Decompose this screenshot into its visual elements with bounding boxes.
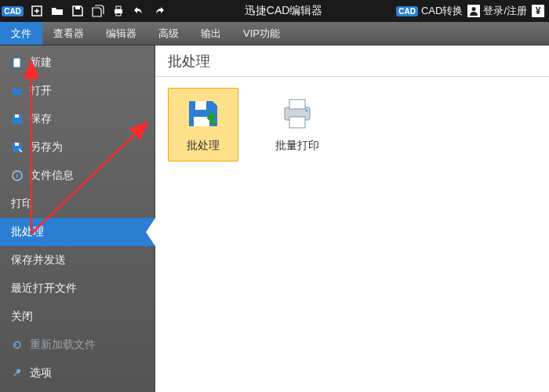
tab-editor[interactable]: 编辑器 <box>95 22 147 45</box>
svg-rect-21 <box>289 117 305 128</box>
sidebar-item-label: 打印 <box>11 197 33 211</box>
info-icon: i <box>11 169 24 182</box>
tab-vip[interactable]: VIP功能 <box>232 22 291 45</box>
tile-label: 批量打印 <box>275 139 319 153</box>
app-logo-icon: CAD <box>3 2 22 20</box>
svg-text:i: i <box>16 172 18 180</box>
quick-access-toolbar <box>25 2 171 20</box>
tile-label: 批处理 <box>187 139 220 153</box>
svg-rect-5 <box>116 6 121 9</box>
save-as-icon <box>11 141 24 154</box>
print-icon[interactable] <box>110 2 127 20</box>
sidebar-item-batch[interactable]: 批处理 <box>0 218 155 246</box>
sidebar-item-label: 保存 <box>30 112 52 126</box>
file-menu-sidebar: 新建 打开 保存 另存为 i 文件信息 打印 批处理 保存并发送 最近打开文件 <box>0 45 155 392</box>
redo-icon[interactable] <box>151 2 168 20</box>
sidebar-item-label: 最近打开文件 <box>11 281 77 296</box>
sidebar-item-label: 另存为 <box>30 140 63 154</box>
tab-file[interactable]: 文件 <box>0 22 42 45</box>
sidebar-item-label: 重新加载文件 <box>30 338 96 352</box>
sidebar-item-recent[interactable]: 最近打开文件 <box>0 274 155 303</box>
svg-point-22 <box>306 110 308 112</box>
tab-label: 查看器 <box>53 27 84 41</box>
open-icon[interactable] <box>49 2 66 20</box>
sidebar-item-close[interactable]: 关闭 <box>0 303 155 331</box>
sidebar-item-fileinfo[interactable]: i 文件信息 <box>0 162 155 190</box>
tab-label: VIP功能 <box>243 27 280 41</box>
save-all-icon[interactable] <box>89 2 107 20</box>
sidebar-item-label: 选项 <box>30 366 52 380</box>
wrench-icon <box>11 367 24 379</box>
tab-label: 输出 <box>201 27 221 41</box>
sidebar-item-label: 保存并发送 <box>11 253 66 267</box>
new-file-icon <box>11 56 24 69</box>
tile-batch-print[interactable]: 批量打印 <box>262 88 333 162</box>
sidebar-item-reload[interactable]: 重新加载文件 <box>0 331 155 359</box>
app-title: 迅捷CAD编辑器 <box>171 4 396 18</box>
sidebar-item-label: 新建 <box>30 56 52 70</box>
undo-icon[interactable] <box>130 2 147 20</box>
sidebar-item-label: 打开 <box>30 84 52 98</box>
tile-batch[interactable]: 批处理 <box>168 88 238 162</box>
login-button[interactable]: 登录/注册 <box>467 4 527 18</box>
reload-icon <box>11 339 24 351</box>
sidebar-item-label: 批处理 <box>11 225 44 239</box>
sidebar-item-label: 文件信息 <box>30 169 74 183</box>
svg-rect-14 <box>15 143 19 146</box>
user-icon <box>467 5 480 17</box>
main-area: 新建 打开 保存 另存为 i 文件信息 打印 批处理 保存并发送 最近打开文件 <box>0 45 549 392</box>
content-body: 批处理 批量打印 <box>155 77 549 172</box>
svg-rect-3 <box>75 6 80 9</box>
content-panel: 批处理 批处理 <box>155 45 549 392</box>
titlebar: CAD 迅捷CAD编辑器 CAD CAD转换 登录/注册 ¥ <box>0 0 549 22</box>
ribbon-tabs: 文件 查看器 编辑器 高级 输出 VIP功能 <box>0 22 549 45</box>
sidebar-item-savesend[interactable]: 保存并发送 <box>0 246 155 274</box>
sidebar-item-label: 关闭 <box>11 310 33 324</box>
currency-icon: ¥ <box>532 5 544 17</box>
svg-rect-13 <box>15 114 19 118</box>
svg-rect-17 <box>195 101 206 110</box>
login-label: 登录/注册 <box>483 4 527 18</box>
save-icon[interactable] <box>69 2 86 20</box>
content-header: 批处理 <box>155 45 549 77</box>
tab-label: 编辑器 <box>106 27 136 41</box>
save-icon <box>11 113 24 125</box>
tab-label: 文件 <box>11 27 31 41</box>
tab-output[interactable]: 输出 <box>190 22 232 45</box>
tab-viewer[interactable]: 查看器 <box>42 22 95 45</box>
sidebar-item-open[interactable]: 打开 <box>0 77 155 105</box>
svg-text:¥: ¥ <box>536 5 541 16</box>
svg-rect-20 <box>289 100 305 109</box>
open-folder-icon <box>11 85 24 97</box>
sidebar-item-new[interactable]: 新建 <box>0 49 155 77</box>
batch-print-icon <box>278 95 316 132</box>
cad-convert-label: CAD转换 <box>421 4 463 18</box>
tab-label: 高级 <box>158 27 179 41</box>
sidebar-item-print[interactable]: 打印 <box>0 190 155 218</box>
svg-rect-11 <box>13 58 20 67</box>
sidebar-item-saveas[interactable]: 另存为 <box>0 133 155 162</box>
batch-save-icon <box>184 95 222 132</box>
cad-badge-icon: CAD <box>396 6 418 16</box>
svg-point-8 <box>472 7 476 11</box>
sidebar-item-options[interactable]: 选项 <box>0 359 155 387</box>
new-icon[interactable] <box>28 2 45 20</box>
sidebar-item-save[interactable]: 保存 <box>0 105 155 133</box>
tab-advanced[interactable]: 高级 <box>147 22 190 45</box>
cad-convert-button[interactable]: CAD CAD转换 <box>396 4 463 18</box>
